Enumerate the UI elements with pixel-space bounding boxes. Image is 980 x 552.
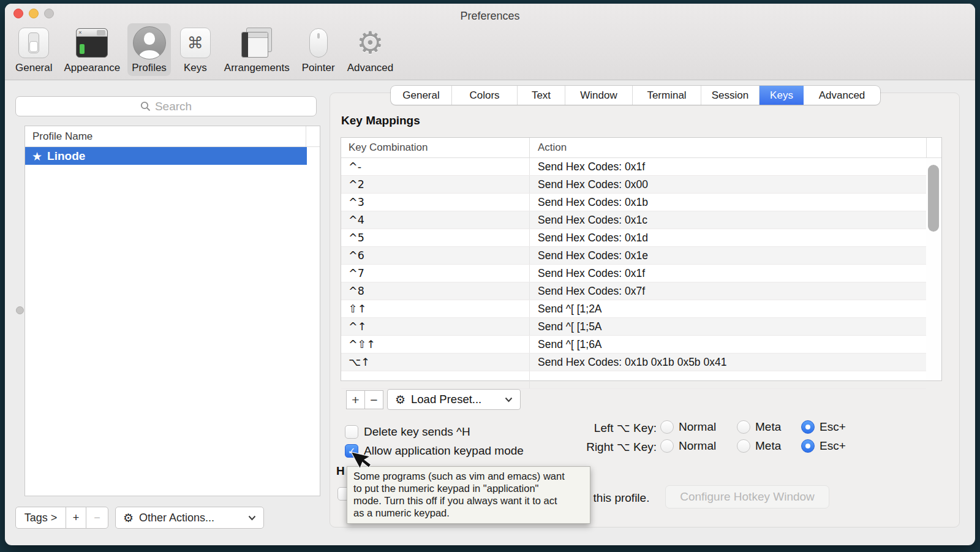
column-key-combination: Key Combination xyxy=(341,138,530,157)
checkbox-unchecked[interactable] xyxy=(345,425,358,439)
add-profile-button[interactable]: + xyxy=(66,507,86,529)
radio-selected[interactable] xyxy=(801,439,815,453)
table-row[interactable]: ^5Send Hex Codes: 0x1d xyxy=(341,229,926,247)
table-row[interactable]: ^8Send Hex Codes: 0x7f xyxy=(341,282,926,300)
radio-right-normal[interactable]: Normal xyxy=(660,439,716,453)
radio-right-esc[interactable]: Esc+ xyxy=(801,439,846,453)
table-row[interactable]: ⌥↑Send Hex Codes: 0x1b 0x1b 0x5b 0x41 xyxy=(341,354,926,371)
toolbar-item-appearance[interactable]: × Appearance xyxy=(59,23,124,76)
configure-hotkey-window-button[interactable]: Configure Hotkey Window xyxy=(665,485,829,509)
radio-left-meta[interactable]: Meta xyxy=(737,420,781,434)
profile-list: Profile Name ★ Linode xyxy=(24,126,320,496)
other-actions-dropdown[interactable]: ⚙ Other Actions... xyxy=(115,507,264,529)
toolbar-item-arrangements[interactable]: Arrangements xyxy=(220,23,294,76)
table-row[interactable]: ^4Send Hex Codes: 0x1c xyxy=(341,211,926,229)
tab-general[interactable]: General xyxy=(391,86,452,105)
radio-unselected[interactable] xyxy=(737,420,750,434)
radio-unselected[interactable] xyxy=(660,420,674,434)
load-preset-dropdown[interactable]: ⚙ Load Preset... xyxy=(387,389,521,410)
radio-unselected[interactable] xyxy=(660,439,674,453)
tags-button[interactable]: Tags > xyxy=(15,507,66,529)
hotkey-text-fragment: t this profile. xyxy=(587,491,649,505)
profile-name: Linode xyxy=(47,149,85,163)
toolbar-item-general[interactable]: General xyxy=(11,23,56,76)
tab-window[interactable]: Window xyxy=(565,86,633,105)
profile-list-header: Profile Name xyxy=(25,126,320,147)
search-icon xyxy=(140,101,151,112)
gear-icon: ⚙ xyxy=(123,511,134,524)
right-option-key-label: Right ⌥ Key: xyxy=(544,440,657,454)
search-placeholder: Search xyxy=(155,100,192,113)
toolbar-item-advanced[interactable]: ⚙ Advanced xyxy=(343,23,398,76)
table-row[interactable]: ^2Send Hex Codes: 0x00 xyxy=(341,176,926,194)
terminal-window-icon: × xyxy=(75,26,109,60)
tab-text[interactable]: Text xyxy=(518,86,565,105)
search-input[interactable]: Search xyxy=(15,96,317,116)
table-row[interactable] xyxy=(341,371,926,389)
gear-icon: ⚙ xyxy=(395,393,405,406)
radio-left-esc[interactable]: Esc+ xyxy=(801,420,846,434)
window-title: Preferences xyxy=(5,10,975,23)
table-row[interactable]: ⇧↑Send ^[ [1;2A xyxy=(341,300,926,318)
tab-colors[interactable]: Colors xyxy=(452,86,518,105)
key-mappings-title: Key Mappings xyxy=(341,114,420,127)
column-divider xyxy=(306,126,306,146)
keypad-mode-tooltip: Some programs (such as vim and emacs) wa… xyxy=(347,466,590,524)
gear-icon: ⚙ xyxy=(353,26,387,60)
radio-unselected[interactable] xyxy=(737,439,750,453)
chevron-down-icon xyxy=(248,515,256,521)
toolbar-item-pointer[interactable]: Pointer xyxy=(297,23,340,76)
table-row[interactable]: ^-Send Hex Codes: 0x1f xyxy=(341,158,926,176)
profile-tabs: General Colors Text Window Terminal Sess… xyxy=(391,86,880,105)
add-mapping-button[interactable]: + xyxy=(346,390,365,409)
remove-profile-button[interactable]: − xyxy=(86,507,108,529)
titlebar-toolbar: Preferences General × Appearance Profile… xyxy=(5,4,975,80)
table-row[interactable]: ^6Send Hex Codes: 0x1e xyxy=(341,247,926,265)
preferences-toolbar: General × Appearance Profiles ⌘ Keys xyxy=(11,23,398,76)
person-icon xyxy=(132,26,167,60)
delete-key-sends-checkbox-row[interactable]: Delete key sends ^H xyxy=(345,425,470,439)
table-row[interactable]: ^↑Send ^[ [1;5A xyxy=(341,318,926,336)
hotkey-heading-fragment: H xyxy=(336,464,345,478)
tab-session[interactable]: Session xyxy=(701,86,760,105)
default-profile-star-icon: ★ xyxy=(32,149,42,163)
radio-selected[interactable] xyxy=(801,420,815,434)
table-row[interactable]: ^7Send Hex Codes: 0x1f xyxy=(341,265,926,282)
preferences-window: Preferences General × Appearance Profile… xyxy=(5,4,975,545)
remove-mapping-button[interactable]: − xyxy=(364,390,383,409)
table-scrollbar[interactable] xyxy=(926,158,941,380)
table-header: Key Combination Action xyxy=(341,138,941,158)
command-key-icon: ⌘ xyxy=(178,26,213,60)
radio-right-meta[interactable]: Meta xyxy=(737,439,781,453)
tab-terminal[interactable]: Terminal xyxy=(633,86,701,105)
radio-left-normal[interactable]: Normal xyxy=(660,420,716,434)
toggle-switch-icon xyxy=(17,26,51,60)
toolbar-item-keys[interactable]: ⌘ Keys xyxy=(174,23,217,76)
windows-icon xyxy=(239,26,274,60)
toolbar-item-profiles[interactable]: Profiles xyxy=(127,23,171,76)
key-mappings-table: Key Combination Action ^-Send Hex Codes:… xyxy=(341,137,942,381)
scrollbar-thumb[interactable] xyxy=(928,165,939,232)
left-option-key-label: Left ⌥ Key: xyxy=(544,421,657,435)
chevron-down-icon xyxy=(505,397,513,403)
tab-advanced[interactable]: Advanced xyxy=(804,86,880,105)
mouse-icon xyxy=(301,26,336,60)
table-row[interactable]: ^⇧↑Send ^[ [1;6A xyxy=(341,336,926,354)
table-body: ^-Send Hex Codes: 0x1f ^2Send Hex Codes:… xyxy=(341,158,941,389)
split-handle-dot[interactable] xyxy=(16,306,24,314)
scrollbar-header-cell xyxy=(926,138,941,157)
column-action: Action xyxy=(530,142,926,154)
profile-row-linode[interactable]: ★ Linode xyxy=(25,147,307,165)
tab-keys[interactable]: Keys xyxy=(760,86,804,105)
table-row[interactable]: ^3Send Hex Codes: 0x1b xyxy=(341,194,926,211)
